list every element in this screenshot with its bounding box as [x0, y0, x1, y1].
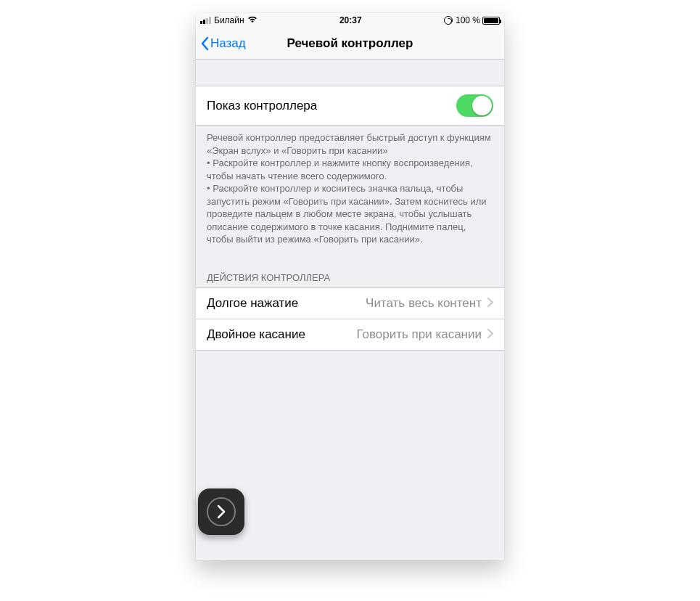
- expand-icon: [207, 497, 236, 526]
- description-text: Речевой контроллер предоставляет быстрый…: [196, 126, 504, 259]
- action-value: Говорить при касании: [349, 327, 482, 342]
- back-label: Назад: [210, 36, 246, 51]
- chevron-right-icon: [487, 327, 493, 342]
- action-long-press-row[interactable]: Долгое нажатие Читать весь контент: [196, 288, 504, 319]
- chevron-left-icon: [200, 36, 209, 51]
- action-label: Двойное касание: [207, 327, 305, 342]
- action-value: Читать весь контент: [358, 296, 482, 311]
- chevron-right-icon: [487, 296, 493, 311]
- content-area: Показ контроллера Речевой контроллер пре…: [196, 60, 504, 560]
- wifi-icon: [247, 15, 258, 25]
- nav-bar: Назад Речевой контроллер: [196, 28, 504, 60]
- speech-controller-widget[interactable]: [198, 488, 244, 535]
- battery-text: 100 %: [456, 15, 480, 25]
- signal-icon: [200, 17, 211, 24]
- battery-icon: [482, 17, 500, 25]
- carrier-label: Билайн: [214, 15, 244, 25]
- show-controller-switch[interactable]: [456, 94, 493, 117]
- show-controller-label: Показ контроллера: [207, 99, 317, 113]
- action-label: Долгое нажатие: [207, 296, 298, 311]
- show-controller-row[interactable]: Показ контроллера: [196, 86, 504, 126]
- phone-frame: Билайн 20:37 100 % Назад Речевой контрол…: [196, 13, 504, 560]
- actions-header: ДЕЙСТВИЯ КОНТРОЛЛЕРА: [196, 259, 504, 287]
- status-bar: Билайн 20:37 100 %: [196, 13, 504, 28]
- clock: 20:37: [339, 15, 362, 25]
- orientation-lock-icon: [444, 16, 453, 25]
- back-button[interactable]: Назад: [200, 28, 246, 59]
- actions-group: Долгое нажатие Читать весь контент Двойн…: [196, 287, 504, 351]
- action-double-tap-row[interactable]: Двойное касание Говорить при касании: [196, 319, 504, 350]
- page-title: Речевой контроллер: [287, 36, 413, 51]
